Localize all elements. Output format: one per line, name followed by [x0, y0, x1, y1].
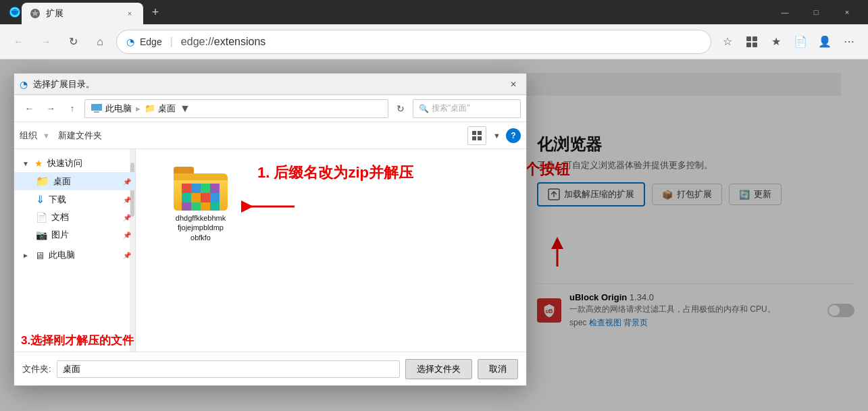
tab-title: 扩展 — [46, 7, 119, 20]
view-mode-button[interactable] — [467, 126, 486, 145]
dialog-up-button[interactable]: ↑ — [63, 99, 82, 118]
address-brand: Edge — [140, 36, 162, 47]
expand-icon: ▼ — [22, 160, 30, 167]
dialog-forward-button[interactable]: → — [41, 99, 60, 118]
documents-label: 文档 — [51, 211, 69, 223]
maximize-button[interactable]: □ — [800, 0, 832, 24]
folder-blue-icon: 📁 — [36, 175, 49, 188]
search-icon: 🔍 — [419, 104, 429, 113]
toolbar-dropdown-icon: ▼ — [43, 132, 50, 140]
browser-icon — [8, 5, 22, 19]
forward-button[interactable]: → — [35, 31, 57, 53]
svg-rect-5 — [752, 43, 757, 47]
doc-icon: 📄 — [36, 212, 47, 223]
file-name: dhdgffkkebhmkfjojejmpbldmpobfkfo — [176, 213, 226, 242]
home-button[interactable]: ⌂ — [89, 31, 111, 53]
step3-annotation: 3.选择刚才解压的文件 — [21, 333, 134, 348]
quick-access-section: ▼ ★ 快速访问 📁 桌面 📌 ⇓ 下载 — [14, 155, 135, 244]
svg-rect-14 — [182, 184, 191, 193]
dialog-breadcrumb[interactable]: 此电脑 ► 📁 桌面 ▼ — [84, 99, 388, 118]
this-pc-label: 此电脑 — [49, 249, 75, 261]
pc-expand-icon: ► — [22, 252, 30, 259]
breadcrumb-dropdown-button[interactable]: ▼ — [178, 99, 192, 118]
address-url: edge://extensions — [181, 36, 265, 48]
browser-window: 扩展 × + — □ × ← → ↻ ⌂ ◔ Edge | edge://ext… — [0, 0, 868, 411]
settings-button[interactable]: ⋯ — [838, 31, 860, 53]
dialog-sidebar: ▼ ★ 快速访问 📁 桌面 📌 ⇓ 下载 — [14, 149, 136, 352]
pin-icon: 📌 — [123, 177, 131, 185]
close-button[interactable]: × — [832, 0, 863, 24]
main-content: 🔒 你的浏览器由你的组织进行管理 化浏览器 工具，可自定义浏览器体验并提供更多控… — [0, 59, 868, 411]
pin-icon-2: 📌 — [123, 196, 131, 203]
sidebar-item-downloads[interactable]: ⇓ 下载 📌 — [14, 190, 135, 209]
sidebar-item-documents[interactable]: 📄 文档 📌 — [14, 209, 135, 226]
file-item[interactable]: dhdgffkkebhmkfjojejmpbldmpobfkfo — [167, 167, 234, 242]
new-tab-button[interactable]: + — [146, 3, 165, 22]
svg-rect-22 — [182, 202, 191, 211]
star-icon: ★ — [34, 158, 43, 169]
dialog-footer: 3.选择刚才解压的文件 文件夹: 选择文件夹 取消 — [14, 352, 526, 385]
new-folder-label[interactable]: 新建文件夹 — [58, 130, 102, 142]
title-bar: 扩展 × + — □ × — [0, 0, 868, 24]
reading-list-button[interactable]: 📄 — [790, 31, 811, 53]
folder-label: 文件夹: — [22, 363, 51, 375]
profile-button[interactable]: 👤 — [814, 31, 836, 53]
reload-button[interactable]: ↻ — [62, 31, 84, 53]
active-tab[interactable]: 扩展 × — [22, 3, 143, 24]
breadcrumb-folder: 📁 桌面 — [145, 103, 176, 115]
svg-rect-25 — [210, 202, 220, 211]
dialog-close-button[interactable]: ✕ — [506, 77, 521, 92]
select-folder-button[interactable]: 选择文件夹 — [405, 359, 472, 379]
folder-input[interactable] — [57, 360, 400, 378]
folder-content-svg — [182, 184, 220, 211]
pc-icon-2: 🖥 — [34, 250, 45, 261]
svg-rect-24 — [201, 202, 210, 211]
svg-rect-12 — [472, 136, 476, 140]
pin-icon-3: 📌 — [123, 214, 131, 221]
address-divider: | — [170, 36, 173, 48]
download-icon: ⇓ — [36, 193, 45, 206]
step1-annotation: 1. 后缀名改为zip并解压 — [257, 163, 413, 183]
dialog-back-button[interactable]: ← — [20, 99, 39, 118]
arrow-1-icon — [240, 193, 301, 223]
dialog-main-area: dhdgffkkebhmkfjojejmpbldmpobfkfo 1. 后缀名改… — [136, 149, 526, 352]
folder-front — [174, 180, 228, 211]
navigation-bar: ← → ↻ ⌂ ◔ Edge | edge://extensions ☆ ★ 📄… — [0, 24, 868, 59]
file-dialog: ◔ 选择扩展目录。 ✕ ← → ↑ 此电脑 ► — [14, 73, 527, 386]
sidebar-item-desktop[interactable]: 📁 桌面 📌 — [14, 172, 135, 190]
svg-rect-9 — [94, 111, 99, 113]
address-scheme: edge:// — [181, 36, 214, 47]
edge-logo-icon: ◔ — [126, 36, 134, 47]
breadcrumb-root: 此电脑 — [105, 103, 132, 115]
svg-rect-20 — [201, 193, 210, 202]
this-pc-section: ► 🖥 此电脑 📌 — [14, 246, 135, 264]
sidebar-item-pictures[interactable]: 📷 图片 📌 — [14, 226, 135, 244]
view-dropdown-icon: ▼ — [493, 132, 501, 140]
nav-right-buttons: ☆ ★ 📄 👤 ⋯ — [717, 31, 860, 53]
minimize-button[interactable]: — — [769, 0, 800, 24]
window-controls: — □ × — [769, 0, 863, 24]
collections-button[interactable] — [741, 31, 763, 53]
sidebar-item-quick-access[interactable]: ▼ ★ 快速访问 — [14, 155, 135, 172]
desktop-label: 桌面 — [53, 175, 71, 188]
svg-rect-10 — [472, 131, 476, 135]
search-placeholder: 搜索"桌面" — [432, 103, 470, 114]
sidebar-item-this-pc[interactable]: ► 🖥 此电脑 📌 — [14, 246, 135, 264]
svg-rect-21 — [210, 193, 220, 202]
dialog-refresh-button[interactable]: ↻ — [391, 99, 410, 118]
quick-access-label: 快速访问 — [47, 157, 82, 169]
svg-rect-8 — [91, 104, 102, 111]
cancel-button[interactable]: 取消 — [478, 359, 518, 379]
tab-favicon — [30, 8, 41, 19]
back-button[interactable]: ← — [8, 31, 30, 53]
svg-rect-15 — [191, 184, 201, 193]
pin-icon-5: 📌 — [123, 252, 131, 259]
favorites-button[interactable]: ☆ — [717, 31, 738, 53]
svg-rect-23 — [191, 202, 201, 211]
tab-close-btn[interactable]: × — [124, 8, 135, 19]
help-button[interactable]: ? — [506, 128, 521, 143]
add-favorites-button[interactable]: ★ — [765, 31, 787, 53]
svg-rect-18 — [182, 193, 191, 202]
dialog-title: 选择扩展目录。 — [33, 78, 501, 90]
address-bar[interactable]: ◔ Edge | edge://extensions — [116, 30, 711, 54]
